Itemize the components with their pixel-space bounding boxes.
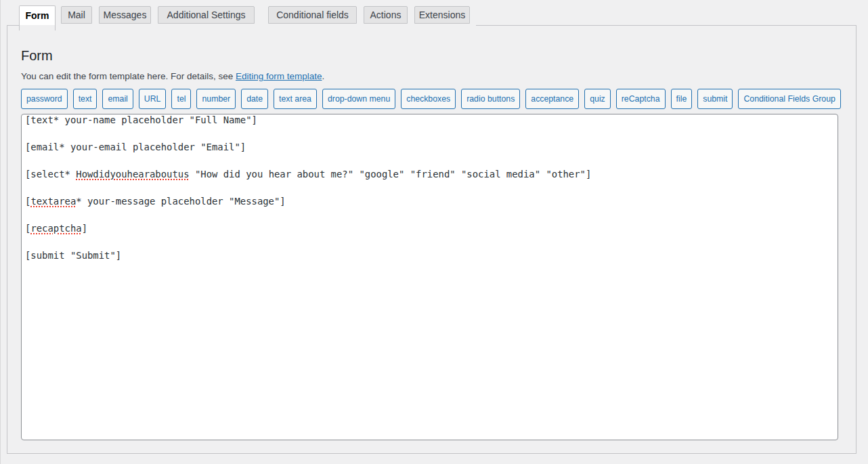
tag-button-url[interactable]: URL: [139, 89, 167, 109]
template-line: [textarea* your-message placeholder "Mes…: [25, 194, 838, 208]
tag-generator-buttons: password text email URL tel number date …: [21, 89, 842, 109]
template-line: [text* your-name placeholder "Full Name"…: [25, 114, 838, 127]
tag-button-conditional-fields-group[interactable]: Conditional Fields Group: [738, 89, 840, 109]
editing-form-template-link[interactable]: Editing form template: [236, 71, 322, 81]
tab-mail[interactable]: Mail: [61, 6, 92, 24]
tag-button-text[interactable]: text: [73, 89, 97, 109]
tab-actions[interactable]: Actions: [364, 6, 408, 24]
tag-button-drop-down-menu[interactable]: drop-down menu: [322, 89, 395, 109]
tab-additional-settings[interactable]: Additional Settings: [158, 6, 255, 24]
tag-button-date[interactable]: date: [241, 89, 268, 109]
tag-button-checkboxes[interactable]: checkboxes: [401, 89, 456, 109]
template-blank-line: [25, 235, 838, 249]
template-line: [email* your-email placeholder "Email"]: [25, 140, 838, 154]
template-blank-line: [25, 154, 838, 167]
tag-button-number[interactable]: number: [196, 89, 236, 109]
tab-form[interactable]: Form: [19, 5, 56, 25]
template-line: [select* Howdidyouhearaboutus "How did y…: [25, 167, 838, 181]
misspelled-word: Howdidyouhearaboutus: [76, 169, 189, 180]
tab-conditional-fields[interactable]: Conditional fields: [268, 6, 357, 24]
tab-extensions[interactable]: Extensions: [414, 6, 470, 24]
template-line: [recaptcha]: [25, 222, 838, 235]
tag-button-text-area[interactable]: text area: [274, 89, 317, 109]
description-text-after: .: [322, 71, 325, 81]
template-line: [submit "Submit"]: [25, 249, 838, 262]
template-text-segment: [text* your-name placeholder "Full Name"…: [25, 114, 257, 125]
tab-messages[interactable]: Messages: [99, 6, 151, 24]
template-text-segment: * your-message placeholder "Message"]: [76, 196, 285, 207]
tag-button-quiz[interactable]: quiz: [584, 89, 611, 109]
template-blank-line: [25, 127, 838, 140]
tag-button-file[interactable]: file: [671, 89, 693, 109]
panel-description: You can edit the form template here. For…: [21, 70, 856, 83]
tag-button-submit[interactable]: submit: [697, 89, 733, 109]
template-blank-line: [25, 181, 838, 194]
panel-title: Form: [21, 47, 856, 64]
admin-sidebar-edge: [0, 0, 1, 464]
form-template-editor[interactable]: [text* your-name placeholder "Full Name"…: [21, 114, 838, 440]
misspelled-word: textarea: [30, 196, 76, 207]
tag-button-password[interactable]: password: [21, 89, 68, 109]
editor-tab-bar: Form Mail Messages Additional Settings C…: [19, 5, 476, 30]
form-editor-panel: Form You can edit the form template here…: [7, 25, 856, 454]
tag-button-tel[interactable]: tel: [171, 89, 191, 109]
description-text-before: You can edit the form template here. For…: [21, 71, 236, 81]
tag-button-recaptcha[interactable]: reCaptcha: [616, 89, 666, 109]
tag-button-email[interactable]: email: [102, 89, 133, 109]
tag-button-acceptance[interactable]: acceptance: [525, 89, 579, 109]
template-text-segment: [submit "Submit"]: [25, 250, 121, 261]
template-text-segment: [email* your-email placeholder "Email"]: [25, 142, 246, 152]
template-text-segment: ]: [82, 223, 87, 234]
misspelled-word: recaptcha: [30, 223, 81, 234]
tag-button-radio-buttons[interactable]: radio buttons: [461, 89, 520, 109]
template-text-segment: "How did you hear about me?" "google" "f…: [190, 169, 592, 180]
template-text-segment: [select*: [25, 169, 76, 180]
template-blank-line: [25, 208, 838, 222]
